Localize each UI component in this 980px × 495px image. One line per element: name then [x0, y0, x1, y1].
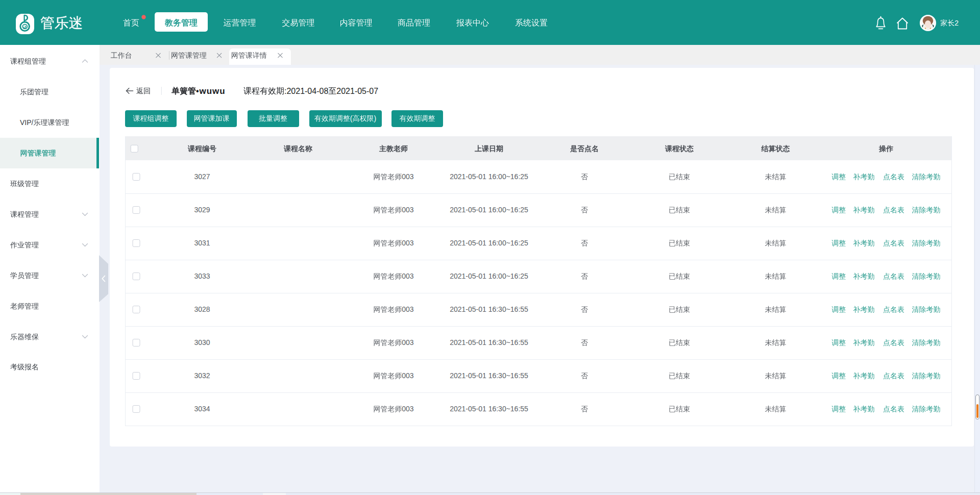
svg-text:2021-05-01 16:30~16:55: 2021-05-01 16:30~16:55 [450, 372, 528, 380]
svg-text:003: 003 [402, 305, 414, 313]
svg-text:003: 003 [402, 206, 414, 214]
svg-text:2021-05-01 16:00~16:25: 2021-05-01 16:00~16:25 [450, 172, 528, 181]
svg-text:): ) [374, 114, 377, 122]
svg-text:3032: 3032 [194, 372, 210, 380]
svg-text:wuwu: wuwu [199, 86, 226, 96]
svg-text:2021-05-07: 2021-05-07 [336, 87, 378, 95]
svg-text:3029: 3029 [194, 206, 210, 214]
svg-text:3034: 3034 [194, 405, 210, 413]
svg-text:2021-05-01 16:00~16:25: 2021-05-01 16:00~16:25 [450, 239, 528, 247]
svg-text:2021-05-01 16:30~16:55: 2021-05-01 16:30~16:55 [450, 405, 528, 413]
svg-text:•: • [196, 87, 199, 95]
svg-text:3033: 3033 [194, 272, 210, 280]
svg-text:(: ( [350, 114, 353, 122]
svg-text:2021-05-01 16:00~16:25: 2021-05-01 16:00~16:25 [450, 272, 528, 280]
svg-text:003: 003 [402, 338, 414, 346]
svg-text:3027: 3027 [194, 172, 210, 181]
svg-text:2: 2 [954, 19, 959, 27]
svg-text:2021-05-01 16:30~16:55: 2021-05-01 16:30~16:55 [450, 305, 528, 313]
svg-text:2021-05-01 16:00~16:25: 2021-05-01 16:00~16:25 [450, 206, 528, 214]
svg-text::2021-04-08: :2021-04-08 [284, 87, 328, 95]
svg-text:003: 003 [402, 405, 414, 413]
svg-text:003: 003 [402, 272, 414, 280]
svg-text:003: 003 [402, 239, 414, 247]
svg-text:VIP/: VIP/ [20, 118, 34, 127]
svg-text:3031: 3031 [194, 239, 210, 247]
svg-text:3030: 3030 [194, 338, 210, 346]
svg-text:003: 003 [402, 172, 414, 181]
svg-text:2021-05-01 16:30~16:55: 2021-05-01 16:30~16:55 [450, 338, 528, 346]
svg-text:003: 003 [402, 372, 414, 380]
svg-text:3028: 3028 [194, 305, 210, 313]
